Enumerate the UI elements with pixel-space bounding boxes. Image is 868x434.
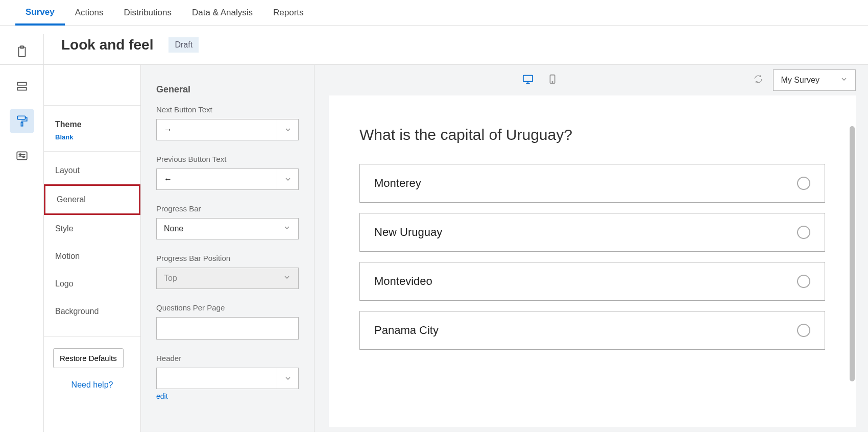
header-edit-link[interactable]: edit — [156, 392, 168, 400]
questions-per-page-label: Questions Per Page — [156, 303, 299, 312]
progress-bar-select[interactable]: None — [156, 218, 299, 239]
settings-heading: General — [156, 84, 299, 95]
svg-rect-2 — [17, 82, 26, 85]
tab-distributions[interactable]: Distributions — [113, 1, 182, 25]
progress-bar-label: Progress Bar — [156, 204, 299, 213]
sidebar-item-general[interactable]: General — [44, 184, 140, 215]
restore-defaults-button[interactable]: Restore Defaults — [53, 348, 124, 368]
status-badge: Draft — [168, 37, 199, 53]
theme-label: Theme — [55, 120, 129, 129]
previous-button-text-input[interactable] — [157, 169, 277, 189]
theme-block[interactable]: Theme Blank — [44, 106, 140, 152]
preview-scrollbar[interactable] — [850, 126, 855, 381]
next-button-text-label: Next Button Text — [156, 105, 299, 114]
progress-bar-pos-value: Top — [164, 274, 283, 283]
svg-rect-4 — [17, 116, 25, 119]
preview-panel: My Survey What is the capital of Uruguay… — [315, 65, 868, 432]
icon-rail — [0, 34, 44, 432]
progress-bar-pos-label: Progress Bar Position — [156, 254, 299, 262]
svg-point-15 — [552, 82, 552, 82]
need-help-link[interactable]: Need help? — [44, 374, 140, 400]
tab-actions[interactable]: Actions — [65, 1, 114, 25]
chevron-down-icon — [283, 273, 291, 283]
preview-toolbar: My Survey — [315, 65, 868, 95]
next-button-text-input[interactable] — [157, 119, 277, 140]
layout-icon[interactable] — [10, 74, 34, 99]
chevron-down-icon — [283, 224, 291, 234]
choice-label: Monterey — [374, 177, 421, 190]
radio-icon — [797, 324, 810, 337]
choice-option[interactable]: New Uruguay — [359, 213, 825, 252]
tab-reports[interactable]: Reports — [263, 1, 314, 25]
page-header: Look and feel Draft — [0, 26, 868, 64]
desktop-icon[interactable] — [521, 74, 535, 87]
radio-icon — [797, 177, 810, 190]
choice-label: Montevideo — [374, 275, 432, 288]
refresh-icon[interactable] — [754, 75, 763, 86]
tab-data-analysis[interactable]: Data & Analysis — [182, 1, 263, 25]
progress-bar-value: None — [164, 224, 283, 233]
paint-roller-icon[interactable] — [10, 109, 34, 133]
sidebar-item-style[interactable]: Style — [44, 215, 140, 243]
svg-rect-11 — [523, 76, 533, 82]
theme-name: Blank — [55, 133, 129, 141]
svg-rect-5 — [21, 123, 22, 126]
questions-per-page-input[interactable] — [156, 317, 299, 340]
chevron-down-icon — [840, 75, 848, 85]
choice-option[interactable]: Monterey — [359, 164, 825, 203]
previous-button-text-label: Previous Button Text — [156, 155, 299, 163]
preview-canvas: What is the capital of Uruguay? Monterey… — [329, 95, 856, 427]
choice-label: Panama City — [374, 324, 439, 337]
choice-option[interactable]: Montevideo — [359, 262, 825, 301]
radio-icon — [797, 226, 810, 239]
sidebar-item-layout[interactable]: Layout — [44, 157, 140, 184]
header-combo[interactable] — [156, 368, 299, 389]
page-title: Look and feel — [61, 37, 153, 53]
tab-survey[interactable]: Survey — [15, 0, 65, 26]
radio-icon — [797, 275, 810, 288]
sidebar: Theme Blank Layout General Style Motion … — [44, 65, 141, 432]
svg-rect-6 — [17, 152, 27, 159]
chevron-down-icon[interactable] — [277, 368, 298, 389]
sliders-icon[interactable] — [10, 143, 34, 168]
chevron-down-icon[interactable] — [277, 119, 298, 140]
choice-option[interactable]: Panama City — [359, 311, 825, 350]
choice-label: New Uruguay — [374, 226, 442, 239]
previous-button-text-combo[interactable] — [156, 168, 299, 190]
header-label: Header — [156, 354, 299, 363]
sidebar-item-motion[interactable]: Motion — [44, 243, 140, 270]
sidebar-item-background[interactable]: Background — [44, 298, 140, 325]
header-input[interactable] — [157, 368, 277, 389]
mobile-icon[interactable] — [546, 74, 559, 87]
settings-panel: General Next Button Text Previous Button… — [141, 65, 315, 432]
survey-select[interactable]: My Survey — [773, 69, 856, 91]
top-nav: Survey Actions Distributions Data & Anal… — [0, 0, 868, 26]
next-button-text-combo[interactable] — [156, 119, 299, 140]
question-text: What is the capital of Uruguay? — [359, 126, 825, 143]
svg-rect-3 — [17, 87, 26, 90]
clipboard-icon[interactable] — [10, 39, 34, 64]
sidebar-item-logo[interactable]: Logo — [44, 270, 140, 298]
survey-select-value: My Survey — [781, 76, 819, 85]
sidebar-menu: Layout General Style Motion Logo Backgro… — [44, 152, 140, 337]
chevron-down-icon[interactable] — [277, 169, 298, 189]
progress-bar-pos-select: Top — [156, 268, 299, 289]
